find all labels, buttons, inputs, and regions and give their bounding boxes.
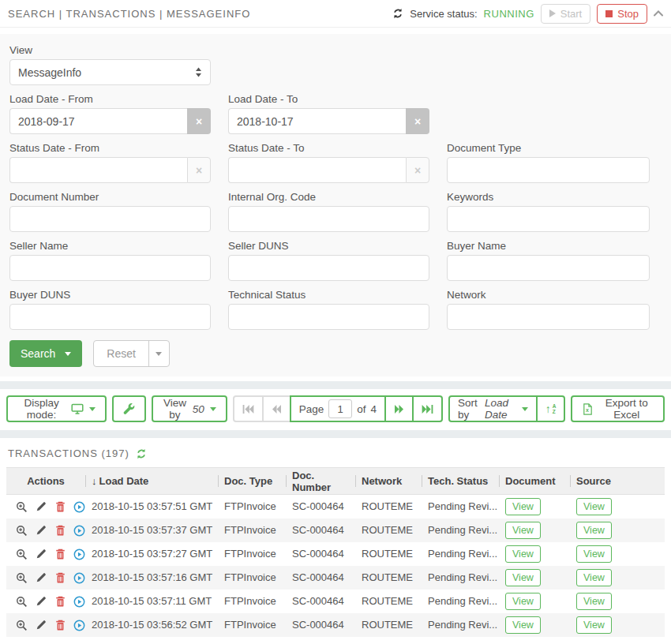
clear-icon[interactable]: × [406,108,429,134]
load-date-to-input[interactable] [228,108,406,134]
buyer-name-input[interactable] [447,255,650,281]
cell-network: ROUTEME [355,495,422,519]
page-input[interactable] [328,399,352,418]
wrench-icon [123,403,135,415]
delete-icon[interactable] [55,620,66,631]
internal-org-code-input[interactable] [228,206,429,232]
seller-duns-input[interactable] [228,255,429,281]
source-view-button[interactable]: View [576,569,612,586]
clear-icon[interactable]: × [187,108,211,134]
column-header-load-date[interactable]: ↓Load Date [85,468,218,495]
sort-by-button[interactable]: Sort by Load Date [448,395,538,422]
column-header-network[interactable]: Network [355,468,422,495]
page-indicator: Page of 4 [290,395,386,422]
view-by-button[interactable]: View by 50 [152,395,227,422]
status-date-to-input[interactable] [228,157,406,183]
settings-button[interactable] [112,395,146,422]
zoom-in-icon[interactable] [16,620,28,631]
cell-doc-type: FTPInvoice [218,590,286,613]
source-view-button[interactable]: View [576,616,612,634]
load-date-to-field: Load Date - To × [228,92,429,134]
edit-icon[interactable] [36,596,47,607]
document-type-field: Document Type [447,141,650,183]
view-select[interactable]: MessageInfo [9,59,211,85]
cell-doc-number: SC-000464 [286,495,355,519]
reset-button[interactable]: Reset [94,341,148,366]
zoom-in-icon[interactable] [16,549,28,560]
chevron-up-icon[interactable] [654,10,663,17]
column-header-tech-status[interactable]: Tech. Status [422,468,499,495]
play-icon[interactable] [73,501,85,513]
document-number-input[interactable] [9,206,211,232]
document-view-button[interactable]: View [505,545,541,563]
pagination: Page of 4 [233,395,443,422]
document-view-button[interactable]: View [505,522,541,539]
play-icon[interactable] [73,525,85,537]
buyer-duns-input[interactable] [9,304,211,330]
document-type-input[interactable] [447,157,650,183]
document-view-button[interactable]: View [505,498,541,515]
refresh-results-icon[interactable] [136,448,147,459]
cell-load-date: 2018-10-15 03:56:52 GMT [85,613,218,637]
zoom-in-icon[interactable] [16,501,28,513]
column-header-doc-type[interactable]: Doc. Type [218,468,286,495]
document-view-button[interactable]: View [505,616,541,634]
search-button[interactable]: Search [9,340,82,367]
status-date-from-input[interactable] [9,157,187,183]
reset-dropdown-button[interactable] [148,341,169,366]
next-page-button[interactable] [384,395,414,422]
source-view-button[interactable]: View [576,593,612,610]
zoom-in-icon[interactable] [16,596,28,608]
sort-direction-button[interactable]: ↑ AZ [536,395,566,422]
network-input[interactable] [447,304,650,330]
source-view-button[interactable]: View [576,522,612,539]
last-page-button[interactable] [412,395,443,422]
page-label: Page [299,403,324,415]
cell-tech-status: Pending Revi... [422,613,499,637]
display-mode-button[interactable]: Display mode: [6,395,107,422]
cell-load-date: 2018-10-15 03:57:51 GMT [85,495,218,519]
svg-text:x: x [586,407,589,413]
reset-button-label: Reset [107,347,136,360]
reset-button-group: Reset [93,340,170,367]
column-header-actions: Actions [6,468,85,495]
play-icon[interactable] [73,549,85,560]
cell-doc-number: SC-000464 [286,519,355,542]
load-date-from-input[interactable] [9,108,187,134]
delete-icon[interactable] [55,501,66,512]
view-select-value: MessageInfo [18,66,81,79]
sort-desc-icon: ↓ [92,475,97,487]
delete-icon[interactable] [55,596,66,607]
cell-network: ROUTEME [355,519,422,542]
zoom-in-icon[interactable] [16,525,28,537]
document-view-button[interactable]: View [505,569,541,586]
edit-icon[interactable] [36,549,47,560]
buyer-name-field: Buyer Name [447,239,650,281]
delete-icon[interactable] [55,525,66,536]
view-label: View [9,43,211,57]
export-to-excel-button[interactable]: x Export to Excel [571,395,665,422]
stop-button[interactable]: Stop [597,4,647,24]
play-icon[interactable] [73,572,85,584]
edit-icon[interactable] [36,525,47,536]
delete-icon[interactable] [55,572,66,583]
edit-icon[interactable] [36,572,47,583]
play-icon[interactable] [73,620,85,631]
play-icon[interactable] [73,596,85,608]
column-header-document[interactable]: Document [499,468,570,495]
edit-icon[interactable] [36,620,47,631]
column-header-doc-number[interactable]: Doc. Number [286,468,355,495]
zoom-in-icon[interactable] [16,572,28,584]
source-view-button[interactable]: View [576,498,612,515]
edit-icon[interactable] [36,501,47,512]
source-view-button[interactable]: View [576,545,612,563]
column-header-source[interactable]: Source [570,468,665,495]
seller-name-input[interactable] [9,255,211,281]
delete-icon[interactable] [55,549,66,560]
document-view-button[interactable]: View [505,593,541,610]
keywords-input[interactable] [447,206,650,232]
last-page-icon [422,405,433,414]
caret-down-icon [156,352,162,356]
refresh-icon[interactable] [392,8,403,19]
technical-status-input[interactable] [228,304,429,330]
